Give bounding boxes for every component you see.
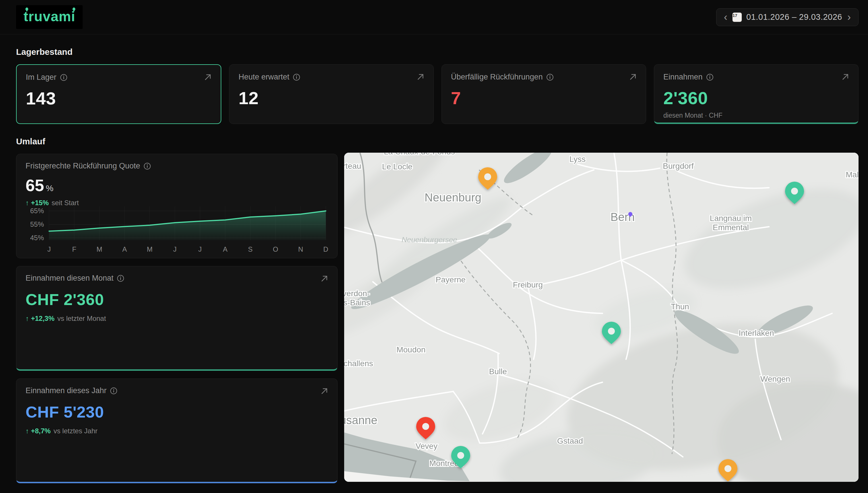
open-arrow-icon[interactable] bbox=[203, 72, 213, 83]
left-column: Umlauf Fristgerechte Rückführung Quote 6… bbox=[16, 124, 338, 491]
map-label: Wengen bbox=[760, 374, 790, 383]
map-label: Neuenburgersee bbox=[402, 235, 457, 244]
map-label: Lyss bbox=[570, 155, 586, 164]
open-arrow-icon[interactable] bbox=[319, 386, 329, 397]
map-canvas: La Chaux-de-FondsMorteauLe LocleLyssBurg… bbox=[344, 153, 859, 482]
info-icon[interactable] bbox=[60, 74, 67, 81]
info-icon[interactable] bbox=[706, 73, 714, 81]
dashboard: truvami ‹ 17 01.01.2026 – 29.03.2026 › L… bbox=[0, 0, 868, 493]
kpi-value: 7 bbox=[451, 88, 637, 108]
year-revenue-value: CHF 5'230 bbox=[25, 403, 328, 421]
map-label: Payerne bbox=[436, 275, 466, 284]
card-title: Fristgerechte Rückführung Quote bbox=[25, 162, 140, 170]
kpi-subtitle: diesen Monat · CHF bbox=[663, 112, 849, 120]
kpi-title: Überfällige Rückführungen bbox=[451, 72, 543, 82]
open-arrow-icon[interactable] bbox=[416, 72, 425, 83]
info-icon[interactable] bbox=[546, 73, 554, 81]
svg-text:45%: 45% bbox=[30, 234, 44, 242]
card-title: Einnahmen dieses Jahr bbox=[25, 386, 106, 395]
svg-text:D: D bbox=[323, 245, 328, 253]
chevron-left-icon[interactable]: ‹ bbox=[723, 12, 728, 22]
calendar-day: 17 bbox=[733, 13, 737, 18]
kpi-value: 143 bbox=[26, 88, 212, 108]
map-label: Mal bbox=[846, 170, 859, 179]
map-label: Gstaad bbox=[557, 436, 583, 445]
map-label: Le Locle bbox=[382, 162, 412, 171]
open-arrow-icon[interactable] bbox=[841, 72, 850, 83]
map-label: Freiburg bbox=[513, 280, 543, 289]
map-label: Burgdorf bbox=[663, 162, 694, 170]
map-label: La Chaux-de-Fonds bbox=[384, 153, 455, 156]
svg-text:A: A bbox=[122, 245, 127, 253]
info-icon[interactable] bbox=[117, 275, 124, 282]
app-logo[interactable]: truvami bbox=[16, 5, 83, 29]
year-revenue-delta: ↑ +8,7% bbox=[25, 427, 50, 435]
circulation-section: Umlauf Fristgerechte Rückführung Quote 6… bbox=[16, 124, 859, 491]
month-revenue-delta-note: vs letzter Monat bbox=[58, 315, 106, 323]
kpi-title: Heute erwartet bbox=[238, 72, 289, 82]
quote-chart-card[interactable]: Fristgerechte Rückführung Quote 65 % ↑ +… bbox=[16, 154, 338, 258]
date-range-picker[interactable]: ‹ 17 01.01.2026 – 29.03.2026 › bbox=[716, 8, 859, 26]
svg-text:N: N bbox=[298, 245, 303, 253]
map-label: Thun bbox=[671, 302, 689, 311]
svg-text:O: O bbox=[273, 245, 278, 253]
year-revenue-delta-note: vs letztes Jahr bbox=[54, 427, 97, 435]
kpi-card-im-lager[interactable]: Im Lager 143 bbox=[16, 64, 221, 124]
svg-text:55%: 55% bbox=[30, 220, 44, 228]
chevron-right-icon[interactable]: › bbox=[847, 12, 851, 22]
switzerland-map[interactable]: La Chaux-de-FondsMorteauLe LocleLyssBurg… bbox=[344, 153, 859, 482]
top-bar: truvami ‹ 17 01.01.2026 – 29.03.2026 › bbox=[0, 0, 868, 35]
kpi-value: 2'360 bbox=[663, 88, 849, 108]
svg-text:F: F bbox=[72, 245, 76, 253]
svg-text:J: J bbox=[47, 245, 51, 253]
svg-text:J: J bbox=[198, 245, 202, 253]
map-label: Bulle bbox=[489, 367, 507, 376]
kpi-value: 12 bbox=[238, 88, 424, 108]
kpi-card-heute-erwartet[interactable]: Heute erwartet 12 bbox=[229, 64, 434, 124]
info-icon[interactable] bbox=[110, 387, 118, 394]
date-range-value: 01.01.2026 – 29.03.2026 bbox=[746, 12, 842, 22]
svg-text:65%: 65% bbox=[30, 207, 44, 215]
card-title: Einnahmen diesen Monat bbox=[25, 274, 113, 283]
open-arrow-icon[interactable] bbox=[628, 72, 638, 83]
main-content: Lagerbestand Im Lager 143 Heute erwartet bbox=[0, 47, 868, 491]
month-revenue-value: CHF 2'360 bbox=[25, 290, 328, 309]
quote-value: 65 bbox=[25, 176, 44, 195]
quote-area-chart: 65%55%45%JFMAMJJASOND bbox=[25, 202, 329, 255]
map-label: Yverdon-les-Bains bbox=[344, 289, 370, 307]
svg-text:M: M bbox=[147, 245, 153, 253]
svg-text:S: S bbox=[248, 245, 253, 253]
map-label: Lausanne bbox=[344, 414, 378, 426]
kpi-card-einnahmen[interactable]: Einnahmen 2'360 diesen Monat · CHF bbox=[654, 64, 859, 124]
logo-text: truvami bbox=[23, 9, 75, 24]
calendar-icon: 17 bbox=[733, 13, 742, 22]
section-title-lagerbestand: Lagerbestand bbox=[16, 47, 859, 57]
svg-text:J: J bbox=[173, 245, 176, 253]
kpi-title: Im Lager bbox=[26, 73, 57, 82]
map-label: Echallens bbox=[344, 359, 373, 368]
svg-text:A: A bbox=[223, 245, 227, 253]
kpi-card-ueberfaellige[interactable]: Überfällige Rückführungen 7 bbox=[442, 64, 646, 124]
kpi-title: Einnahmen bbox=[663, 72, 703, 82]
month-revenue-delta: ↑ +12,3% bbox=[25, 315, 55, 323]
year-revenue-card[interactable]: Einnahmen dieses Jahr CHF 5'230 ↑ +8,7% … bbox=[16, 379, 338, 483]
kpi-row: Im Lager 143 Heute erwartet bbox=[16, 64, 859, 124]
svg-text:M: M bbox=[97, 245, 102, 253]
info-icon[interactable] bbox=[293, 73, 300, 81]
quote-unit: % bbox=[46, 184, 54, 193]
month-revenue-card[interactable]: Einnahmen diesen Monat CHF 2'360 ↑ +12,3… bbox=[16, 266, 338, 371]
info-icon[interactable] bbox=[144, 163, 151, 170]
map-label: Moudon bbox=[396, 345, 425, 354]
map-label: Neuenburg bbox=[425, 191, 481, 204]
map-label: Morteau bbox=[344, 162, 361, 170]
open-arrow-icon[interactable] bbox=[319, 274, 329, 285]
section-title-umlauf: Umlauf bbox=[16, 136, 338, 146]
map-label: Interlaken bbox=[739, 328, 774, 338]
map-label: Langnau imEmmental bbox=[710, 214, 752, 232]
map-label: Vevey bbox=[416, 442, 438, 451]
